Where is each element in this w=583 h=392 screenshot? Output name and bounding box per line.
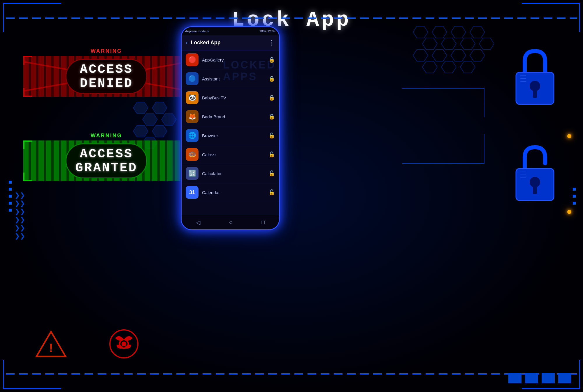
- access-denied-panel: WARNING ACCESS DENIED: [23, 48, 189, 98]
- padlock-locked: [510, 47, 560, 112]
- app-header-title: Locked App: [191, 40, 268, 46]
- svg-marker-14: [460, 61, 475, 73]
- app-name: AppGallery: [202, 57, 268, 62]
- app-name: Cakezz: [202, 152, 268, 157]
- warning-granted-label: WARNING: [23, 133, 189, 139]
- circuit-vert-top: [484, 88, 484, 117]
- svg-point-28: [530, 81, 540, 91]
- glow-dot-bottom: [567, 210, 571, 214]
- right-dots: [573, 188, 576, 205]
- app-list-item[interactable]: 31 Calendar 🔓: [182, 183, 279, 202]
- app-list-item[interactable]: 🐼 BabyBus TV 🔒: [182, 88, 279, 107]
- hex-svg-top-right: [408, 23, 510, 96]
- nav-home[interactable]: ○: [229, 219, 232, 226]
- svg-rect-35: [533, 186, 537, 194]
- phone-screen: ‹ Locked App ⋮ LOCKEDAPPS 🔴 AppGallery 🔒…: [182, 35, 279, 215]
- access-denied-box: ACCESS DENIED: [23, 56, 189, 97]
- padlock-unlocked: [510, 143, 560, 208]
- lock-icon[interactable]: 🔒: [268, 57, 275, 63]
- app-list-item[interactable]: 🦊 Bada Brand 🔒: [182, 107, 279, 126]
- triangle-warning-icon: !: [35, 330, 67, 358]
- svg-marker-12: [422, 61, 437, 73]
- right-dot: [573, 202, 576, 205]
- svg-marker-4: [422, 38, 437, 50]
- app-icon: 🦊: [186, 110, 199, 123]
- circuit-line-bottom: [402, 163, 484, 164]
- phone-outer: Airplane mode ✈ 100+ 12:09 ‹ Locked App …: [181, 26, 280, 230]
- app-icon: 🔢: [186, 167, 199, 180]
- app-header: ‹ Locked App ⋮: [182, 35, 279, 50]
- cb-granted-bl: [23, 173, 32, 181]
- blue-square-3: [542, 373, 555, 383]
- granted-oval: ACCESS GRANTED: [66, 143, 147, 178]
- unlock-icon[interactable]: 🔓: [268, 151, 275, 158]
- app-icon: 🔴: [186, 53, 199, 66]
- bottom-squares: [508, 373, 571, 383]
- lock-icon[interactable]: 🔒: [268, 75, 275, 82]
- phone-status-bar: Airplane mode ✈ 100+ 12:09: [182, 27, 279, 35]
- svg-marker-2: [451, 26, 466, 38]
- app-name: Bada Brand: [202, 114, 268, 119]
- hud-border-bl: [3, 360, 61, 389]
- biohazard-icon: [108, 328, 140, 360]
- left-dots: [9, 181, 12, 212]
- svg-marker-16: [152, 102, 167, 114]
- svg-point-34: [530, 177, 540, 187]
- hex-grid-top-right: [408, 23, 510, 97]
- status-left: Airplane mode ✈: [185, 29, 209, 33]
- lock-icon[interactable]: 🔒: [268, 113, 275, 120]
- access-granted-panel: WARNING ACCESS GRANTED: [23, 133, 189, 182]
- svg-marker-18: [161, 114, 176, 125]
- blue-square-4: [558, 373, 571, 383]
- app-list-item[interactable]: 🍩 Cakezz 🔓: [182, 145, 279, 164]
- unlock-icon[interactable]: 🔓: [268, 170, 275, 177]
- right-dot: [573, 195, 576, 198]
- hud-line-top: [6, 17, 577, 19]
- app-icon: 🐼: [186, 91, 199, 104]
- access-denied-text: ACCESS DENIED: [80, 62, 133, 91]
- denied-oval: ACCESS DENIED: [66, 59, 147, 94]
- app-list-item[interactable]: 🔵 Assistant 🔒: [182, 69, 279, 88]
- back-button[interactable]: ‹: [186, 39, 188, 47]
- app-icon: 🍩: [186, 148, 199, 161]
- svg-marker-9: [432, 50, 447, 61]
- left-chevrons: ❯❯ ❯❯ ❯❯ ❯❯ ❯❯ ❯❯: [15, 192, 25, 239]
- unlock-icon[interactable]: 🔓: [268, 189, 275, 196]
- app-list-item[interactable]: 🌐 Browser 🔓: [182, 126, 279, 145]
- status-right: 100+ 12:09: [259, 29, 275, 33]
- menu-button[interactable]: ⋮: [268, 39, 275, 47]
- hud-line-bottom: [6, 373, 577, 375]
- blue-square-2: [525, 373, 538, 383]
- svg-marker-1: [432, 26, 447, 38]
- svg-marker-13: [441, 61, 456, 73]
- phone-mockup: Airplane mode ✈ 100+ 12:09 ‹ Locked App …: [181, 26, 280, 230]
- app-list-item[interactable]: 🔴 AppGallery 🔒: [182, 50, 279, 69]
- app-name: Browser: [202, 133, 268, 138]
- svg-marker-3: [470, 26, 485, 38]
- warning-denied-label: WARNING: [23, 48, 189, 54]
- svg-marker-7: [479, 38, 494, 50]
- cb-granted-tl: [23, 140, 32, 149]
- svg-marker-0: [413, 26, 428, 38]
- app-list: 🔴 AppGallery 🔒 🔵 Assistant 🔒 🐼 BabyBus T…: [182, 50, 279, 202]
- app-name: Assistant: [202, 76, 268, 81]
- svg-point-26: [122, 342, 126, 346]
- svg-marker-11: [470, 50, 485, 61]
- glow-dot-top: [567, 134, 571, 138]
- access-granted-box: ACCESS GRANTED: [23, 140, 189, 181]
- app-icon: 🌐: [186, 129, 199, 142]
- svg-marker-17: [143, 114, 157, 125]
- app-list-item[interactable]: 🔢 Calculator 🔓: [182, 164, 279, 183]
- cb-denied-tl: [23, 56, 32, 65]
- lock-icon[interactable]: 🔒: [268, 94, 275, 101]
- svg-marker-5: [441, 38, 456, 50]
- nav-recents[interactable]: □: [261, 219, 265, 226]
- nav-back[interactable]: ◁: [196, 219, 200, 226]
- circuit-line-top: [402, 88, 484, 89]
- app-icon: 31: [186, 186, 199, 199]
- unlock-icon[interactable]: 🔓: [268, 132, 275, 139]
- blue-square-1: [508, 373, 521, 383]
- app-icon: 🔵: [186, 72, 199, 85]
- cb-denied-bl: [23, 88, 32, 97]
- circuit-vert-bottom: [484, 134, 484, 164]
